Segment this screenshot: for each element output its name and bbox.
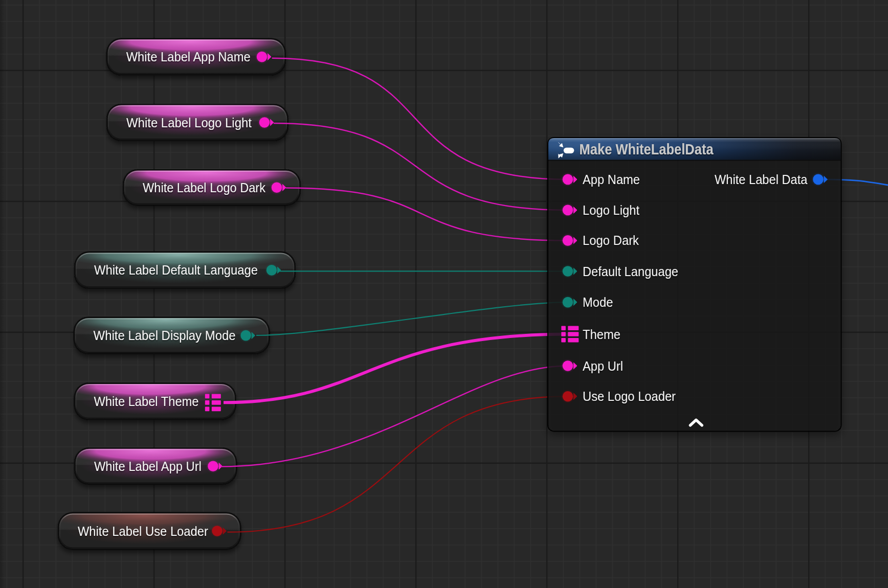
svg-text:White Label Logo Light: White Label Logo Light	[126, 116, 252, 130]
svg-text:White Label Default Language: White Label Default Language	[94, 263, 258, 277]
svg-text:White Label App Url: White Label App Url	[94, 459, 202, 473]
svg-text:White Label Logo Dark: White Label Logo Dark	[143, 180, 265, 195]
svg-text:White Label Data: White Label Data	[715, 172, 808, 187]
svg-text:White Label Display Mode: White Label Display Mode	[94, 328, 236, 343]
svg-text:White Label App Name: White Label App Name	[126, 50, 251, 64]
svg-text:Logo Light: Logo Light	[583, 203, 639, 217]
svg-text:Make WhiteLabelData: Make WhiteLabelData	[580, 141, 714, 157]
svg-text:Theme: Theme	[583, 327, 620, 342]
svg-text:App Name: App Name	[583, 172, 640, 187]
svg-text:Default Language: Default Language	[583, 264, 678, 279]
svg-text:White Label Theme: White Label Theme	[94, 394, 199, 409]
svg-text:App Url: App Url	[583, 359, 623, 373]
svg-text:Use Logo Loader: Use Logo Loader	[583, 389, 676, 403]
svg-text:White Label Use Loader: White Label Use Loader	[78, 524, 208, 538]
svg-text:Mode: Mode	[583, 295, 613, 309]
svg-text:Logo Dark: Logo Dark	[583, 233, 639, 247]
